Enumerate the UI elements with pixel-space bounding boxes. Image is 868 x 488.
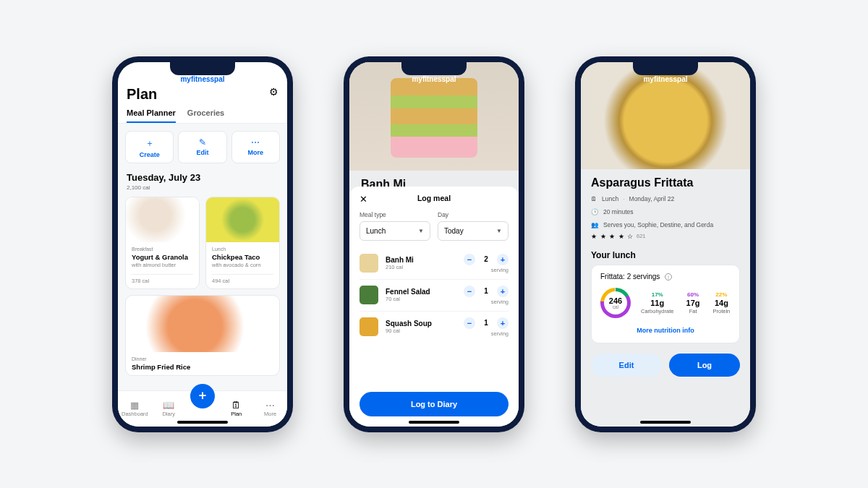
log-item: Squash Soup 90 cal − 1 + serving	[359, 312, 509, 343]
page-title: Plan	[127, 86, 278, 103]
grid-icon: ▦	[121, 400, 148, 411]
label-day: Day	[438, 211, 509, 218]
chevron-down-icon: ▼	[496, 228, 502, 234]
dots-icon: ⋯	[257, 400, 284, 411]
plus-icon: +	[199, 388, 207, 403]
meta-serves: Serves you, Sophie, Destine, and Gerda	[603, 221, 713, 228]
brand-logo: myfitnesspal	[581, 75, 750, 83]
log-to-diary-button[interactable]: Log to Diary	[359, 392, 509, 416]
add-fab[interactable]: +	[190, 384, 215, 408]
panel-header: Frittata: 2 servings	[600, 273, 660, 281]
meal-image	[206, 197, 279, 242]
rating-stars[interactable]: ★ ★ ★ ★ ☆	[591, 233, 634, 240]
recipe-hero-image: myfitnesspal	[349, 62, 519, 171]
nav-more[interactable]: ⋯More	[257, 400, 284, 417]
plan-date: Tuesday, July 23	[127, 172, 278, 183]
people-icon: 👥	[591, 221, 599, 228]
book-icon: 📖	[155, 400, 182, 411]
more-button[interactable]: ⋯ More	[231, 131, 280, 163]
more-nutrition-link[interactable]: More nutrition info	[600, 327, 731, 334]
home-indicator	[409, 421, 459, 424]
minus-button[interactable]: −	[464, 254, 475, 265]
food-thumb	[359, 254, 378, 273]
recipe-hero-image: myfitnesspal	[581, 62, 750, 169]
meta-duration: 20 minutes	[603, 208, 634, 215]
nav-plan[interactable]: 🗓Plan	[223, 400, 250, 417]
nav-dashboard[interactable]: ▦Dashboard	[121, 400, 148, 417]
meal-image	[126, 296, 279, 352]
sheet-title: Log meal	[359, 194, 509, 202]
food-thumb	[359, 286, 378, 304]
meta-meal: Lunch	[602, 195, 618, 202]
home-indicator	[177, 421, 228, 424]
select-meal-type[interactable]: Lunch ▼	[359, 221, 430, 241]
plus-button[interactable]: +	[497, 286, 509, 297]
quantity-value: 1	[481, 287, 491, 295]
pencil-icon: ✎	[179, 137, 226, 147]
rating-count: 621	[637, 233, 646, 239]
create-button[interactable]: ＋ Create	[125, 131, 174, 163]
calorie-ring: 246 cal	[600, 288, 631, 318]
chevron-down-icon: ▼	[418, 228, 424, 234]
select-day[interactable]: Today ▼	[438, 221, 509, 241]
meta-date: Monday, April 22	[629, 195, 675, 202]
log-meal-sheet: ✕ Log meal Meal type Day Lunch ▼ Today ▼	[349, 187, 519, 427]
plus-button[interactable]: +	[497, 254, 509, 265]
quantity-value: 1	[481, 319, 491, 327]
minus-button[interactable]: −	[464, 286, 475, 297]
macro-protein: 22% 14g Protein	[712, 291, 731, 314]
macro-carb: 17% 11g Carbohydrate	[641, 291, 673, 314]
plus-icon: ＋	[126, 137, 173, 150]
edit-button[interactable]: Edit	[591, 354, 662, 377]
quantity-value: 2	[481, 255, 491, 263]
dots-icon: ⋯	[232, 137, 279, 147]
meal-card-dinner[interactable]: Dinner Shrimp Fried Rice	[125, 295, 280, 376]
food-thumb	[359, 317, 378, 336]
calendar-icon: 🗓	[223, 400, 250, 411]
close-icon[interactable]: ✕	[359, 194, 367, 205]
settings-icon[interactable]: ⚙	[269, 86, 278, 98]
recipe-title: Asparagus Frittata	[591, 176, 740, 189]
calendar-icon: 🗓	[591, 195, 597, 202]
plus-button[interactable]: +	[497, 317, 509, 329]
section-your-lunch: Your lunch	[591, 250, 740, 260]
log-item: Fennel Salad 70 cal − 1 + serving	[359, 280, 509, 312]
clock-icon: 🕒	[591, 208, 599, 215]
nutrition-panel: Frittata: 2 servings i 246 cal 17% 11g C…	[591, 265, 740, 343]
macro-fat: 60% 17g Fat	[684, 291, 702, 314]
nav-diary[interactable]: 📖Diary	[155, 400, 182, 417]
home-indicator	[640, 421, 691, 424]
meal-image	[126, 197, 199, 242]
tab-meal-planner[interactable]: Meal Planner	[127, 108, 176, 123]
tab-groceries[interactable]: Groceries	[187, 108, 224, 123]
plan-total-calories: 2,100 cal	[127, 184, 278, 191]
meal-card-lunch[interactable]: Lunch Chickpea Taco with avocado & corn …	[205, 197, 280, 289]
meal-card-breakfast[interactable]: Breakfast Yogurt & Granola with almond b…	[125, 197, 200, 289]
edit-button[interactable]: ✎ Edit	[178, 131, 226, 163]
info-icon[interactable]: i	[665, 273, 672, 281]
brand-logo: myfitnesspal	[349, 75, 519, 83]
log-button[interactable]: Log	[669, 354, 740, 377]
log-item: Banh Mi 210 cal − 2 + serving	[359, 248, 509, 280]
calorie-unit: cal	[613, 304, 618, 309]
label-meal-type: Meal type	[359, 211, 430, 218]
minus-button[interactable]: −	[464, 317, 475, 329]
